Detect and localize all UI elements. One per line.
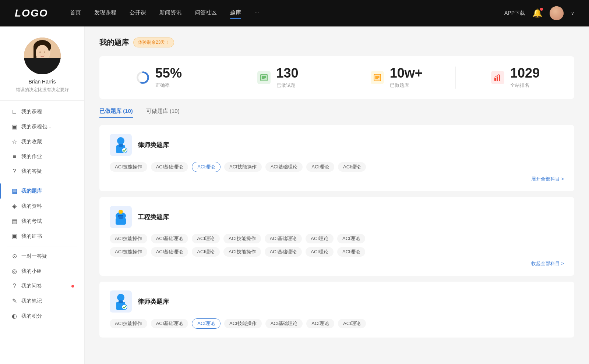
sidebar-item-2[interactable]: ☆我的收藏 xyxy=(0,134,84,149)
quiz-tag-1-4[interactable]: ACI基础理论 xyxy=(265,234,302,243)
sidebar-item-4[interactable]: ?我的答疑 xyxy=(0,164,84,179)
sidebar-menu: □我的课程▣我的课程包...☆我的收藏≡我的作业?我的答疑▤我的题库◈我的资料▤… xyxy=(0,104,84,331)
quiz-tag-1-1[interactable]: ACI基础理论 xyxy=(151,234,188,243)
sidebar-label-8: 我的证书 xyxy=(21,233,42,240)
quiz-tag-r2-1-6[interactable]: ACI理论 xyxy=(337,247,365,257)
quiz-bank-card-2: 律师类题库ACI技能操作ACI基础理论ACI理论ACI技能操作ACI基础理论AC… xyxy=(99,282,574,338)
sidebar-icon-11: ? xyxy=(11,283,18,289)
sidebar-icon-5: ▤ xyxy=(11,188,18,195)
quiz-tag-2-1[interactable]: ACI基础理论 xyxy=(151,319,188,328)
avatar-image xyxy=(550,6,564,20)
sidebar-icon-3: ≡ xyxy=(11,153,18,160)
quiz-tag-1-5[interactable]: ACI理论 xyxy=(306,234,334,243)
nav-item-···[interactable]: ··· xyxy=(254,9,259,18)
notification-bell[interactable]: 🔔 xyxy=(532,8,542,18)
stat-text-1: 130已做试题 xyxy=(276,67,299,89)
stat-text-2: 10w+已做题库 xyxy=(390,67,423,89)
quiz-tag-1-3[interactable]: ACI技能操作 xyxy=(223,234,261,243)
sidebar-item-7[interactable]: ▤我的考试 xyxy=(0,214,84,229)
page-layout: Brian Harris 错误的决定比没有决定要好 □我的课程▣我的课程包...… xyxy=(0,26,589,364)
sidebar-item-1[interactable]: ▣我的课程包... xyxy=(0,119,84,134)
sidebar-item-5[interactable]: ▤我的题库 xyxy=(0,183,84,199)
nav-menu: 首页发现课程公开课新闻资讯问答社区题库··· xyxy=(70,9,504,18)
quiz-bank-icon-0 xyxy=(110,134,132,156)
quiz-tag-0-4[interactable]: ACI基础理论 xyxy=(265,162,303,172)
sidebar-label-5: 我的题库 xyxy=(21,188,42,195)
quiz-bank-icon-1 xyxy=(110,206,132,228)
quiz-tag-2-2[interactable]: ACI理论 xyxy=(192,318,221,329)
svg-point-3 xyxy=(31,67,53,74)
quiz-bank-expand-1[interactable]: 收起全部科目 > xyxy=(110,260,564,267)
nav-item-问答社区[interactable]: 问答社区 xyxy=(195,9,217,18)
stat-item-2: 10w+已做题库 xyxy=(337,67,456,89)
stat-value-3: 1029 xyxy=(510,67,540,80)
quiz-tag-r2-1-4[interactable]: ACI基础理论 xyxy=(265,247,302,257)
stat-value-1: 130 xyxy=(276,67,299,80)
logo[interactable]: LOGO xyxy=(15,7,48,19)
quiz-tag-0-3[interactable]: ACI技能操作 xyxy=(224,162,262,172)
sidebar-item-6[interactable]: ◈我的资料 xyxy=(0,199,84,214)
tab-0[interactable]: 已做题库 (10) xyxy=(99,108,133,118)
svg-rect-2 xyxy=(24,60,61,74)
quiz-tag-0-6[interactable]: ACI理论 xyxy=(338,162,366,172)
sidebar-icon-2: ☆ xyxy=(11,138,18,145)
sidebar-item-8[interactable]: ▣我的证书 xyxy=(0,229,84,244)
sidebar-icon-0: □ xyxy=(11,108,18,115)
quiz-tag-2-4[interactable]: ACI基础理论 xyxy=(265,319,303,328)
trial-badge: 体验剩余23天！ xyxy=(133,38,174,47)
stat-item-3: 1029全站排名 xyxy=(456,67,574,89)
user-menu-chevron[interactable]: ∨ xyxy=(571,11,574,16)
quiz-bank-title-2: 律师类题库 xyxy=(138,297,169,306)
quiz-bank-header-1: 工程类题库 xyxy=(110,206,564,228)
stat-label-3: 全站排名 xyxy=(510,82,540,89)
nav-item-新闻资讯[interactable]: 新闻资讯 xyxy=(159,9,181,18)
svg-rect-22 xyxy=(497,76,498,81)
sidebar-item-13[interactable]: ◐我的积分 xyxy=(0,308,84,324)
sidebar-label-1: 我的课程包... xyxy=(21,124,52,130)
quiz-tag-2-0[interactable]: ACI技能操作 xyxy=(110,319,147,328)
quiz-tag-2-3[interactable]: ACI技能操作 xyxy=(224,319,262,328)
quiz-tag-1-0[interactable]: ACI技能操作 xyxy=(110,234,147,243)
sidebar-label-3: 我的作业 xyxy=(21,153,42,160)
svg-point-6 xyxy=(36,45,49,61)
quiz-bank-title-1: 工程类题库 xyxy=(138,213,169,221)
sidebar-item-12[interactable]: ✎我的笔记 xyxy=(0,293,84,308)
nav-item-公开课[interactable]: 公开课 xyxy=(130,9,146,18)
quiz-tag-1-2[interactable]: ACI理论 xyxy=(192,234,220,243)
quiz-tag-1-6[interactable]: ACI理论 xyxy=(337,234,365,243)
stat-label-1: 已做试题 xyxy=(276,82,299,89)
quiz-tag-r2-1-3[interactable]: ACI技能操作 xyxy=(223,247,261,257)
user-profile: Brian Harris 错误的决定比没有决定要好 xyxy=(0,38,84,101)
quiz-tag-0-1[interactable]: ACI基础理论 xyxy=(151,162,188,172)
stat-value-0: 55% xyxy=(155,67,182,80)
nav-item-题库[interactable]: 题库 xyxy=(230,9,241,18)
user-avatar[interactable] xyxy=(550,6,564,20)
app-download-link[interactable]: APP下载 xyxy=(504,10,525,17)
user-motto: 错误的决定比没有决定要好 xyxy=(16,87,69,93)
quiz-tag-r2-1-2[interactable]: ACI理论 xyxy=(192,247,220,257)
nav-item-首页[interactable]: 首页 xyxy=(70,9,81,18)
stat-text-0: 55%正确率 xyxy=(155,67,182,89)
quiz-bank-tags-1: ACI技能操作ACI基础理论ACI理论ACI技能操作ACI基础理论ACI理论AC… xyxy=(110,234,564,243)
stat-label-2: 已做题库 xyxy=(390,82,423,89)
quiz-tag-2-6[interactable]: ACI理论 xyxy=(338,319,366,328)
sidebar-item-11[interactable]: ?我的问答 xyxy=(0,279,84,293)
sidebar-item-9[interactable]: ⊙一对一答疑 xyxy=(0,249,84,264)
quiz-tag-r2-1-0[interactable]: ACI技能操作 xyxy=(110,247,147,257)
quiz-tag-2-5[interactable]: ACI理论 xyxy=(306,319,334,328)
sidebar-item-0[interactable]: □我的课程 xyxy=(0,104,84,119)
tab-1[interactable]: 可做题库 (10) xyxy=(146,108,180,118)
quiz-tag-0-2[interactable]: ACI理论 xyxy=(192,162,221,172)
nav-item-发现课程[interactable]: 发现课程 xyxy=(94,9,116,18)
tabs: 已做题库 (10)可做题库 (10) xyxy=(99,108,574,118)
sidebar-item-3[interactable]: ≡我的作业 xyxy=(0,149,84,164)
sidebar-item-10[interactable]: ◎我的小组 xyxy=(0,264,84,279)
quiz-bank-expand-0[interactable]: 展开全部科目 > xyxy=(110,176,564,182)
quiz-bank-card-0: 律师类题库ACI技能操作ACI基础理论ACI理论ACI技能操作ACI基础理论AC… xyxy=(99,125,574,191)
sidebar-icon-1: ▣ xyxy=(11,123,18,130)
sidebar-icon-6: ◈ xyxy=(11,203,18,210)
quiz-tag-0-5[interactable]: ACI理论 xyxy=(306,162,334,172)
quiz-tag-0-0[interactable]: ACI技能操作 xyxy=(110,162,147,172)
quiz-tag-r2-1-5[interactable]: ACI理论 xyxy=(306,247,334,257)
quiz-tag-r2-1-1[interactable]: ACI基础理论 xyxy=(151,247,188,257)
